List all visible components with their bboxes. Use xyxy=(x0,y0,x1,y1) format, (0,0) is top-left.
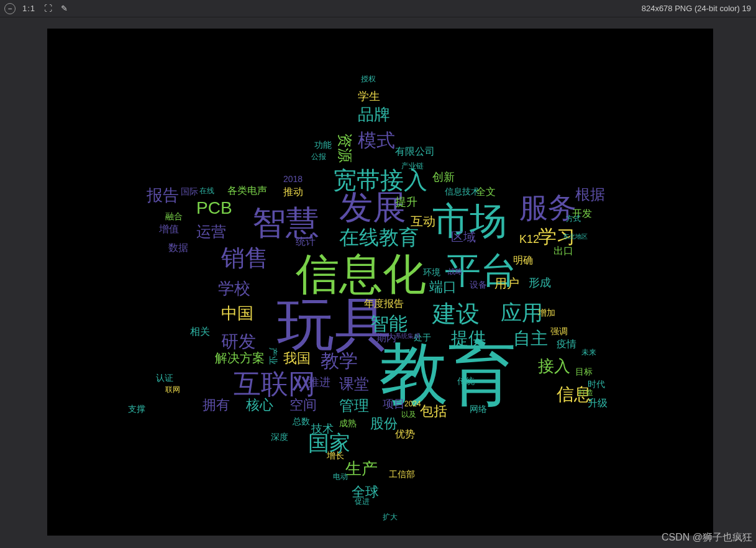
word: 2018 xyxy=(283,175,303,183)
word: 端口 xyxy=(429,280,457,294)
word: 全文 xyxy=(476,187,496,197)
word: 宽带接入 xyxy=(333,168,427,192)
word: 网络 xyxy=(470,404,487,413)
word: 生产 xyxy=(345,460,378,477)
word: 融合 xyxy=(165,212,183,221)
canvas-area[interactable]: 教育玩具信息化市场平台发展智慧服务互联网宽带接入在线教育建设销售应用智能学习国家… xyxy=(0,17,756,548)
word: 品牌 xyxy=(358,106,390,122)
minus-icon: − xyxy=(4,3,16,14)
word: 产业 xyxy=(269,347,278,365)
word: 东北地区 xyxy=(563,234,588,240)
word: 应用 xyxy=(501,302,543,323)
word: 报告 xyxy=(147,187,179,203)
word: 明确 xyxy=(513,255,533,265)
watermark: CSDN @狮子也疯狂 xyxy=(662,531,752,544)
word: 空间 xyxy=(289,398,317,412)
word: 战略 xyxy=(448,268,463,275)
word: 成熟 xyxy=(339,419,357,427)
word: 核心 xyxy=(246,398,273,412)
word: 学生 xyxy=(358,91,380,102)
word: 增值 xyxy=(159,224,179,234)
word: 课堂 xyxy=(339,377,369,391)
word: 功能 xyxy=(314,140,332,149)
word: 电动 xyxy=(333,473,348,480)
word: 升级 xyxy=(588,398,608,408)
word: 公报 xyxy=(311,153,326,160)
zoom-1to1-button[interactable]: 1:1 xyxy=(19,4,39,13)
eyedropper-button[interactable]: ✎ xyxy=(57,2,71,16)
word: 接入 xyxy=(538,358,570,374)
word: 统计 xyxy=(296,237,316,247)
word: 未来 xyxy=(581,349,596,356)
word: 推进 xyxy=(308,377,330,388)
zoom-out-button[interactable]: − xyxy=(2,2,17,16)
word: 系统集成 xyxy=(395,333,420,339)
word: 2024 xyxy=(404,400,421,408)
word: 我国 xyxy=(283,352,311,365)
word: 产业链 xyxy=(401,162,424,170)
toolbar: − 1:1 ⛶ ✎ 824x678 PNG (24-bit color) 19 xyxy=(0,0,756,17)
word: 有限公司 xyxy=(395,147,435,157)
word: 总数 xyxy=(293,417,310,426)
word: 资源 xyxy=(337,133,352,163)
word: 股份 xyxy=(370,417,398,431)
word: K12 xyxy=(519,234,539,245)
eyedropper-icon: ✎ xyxy=(61,4,68,13)
word: 期内 xyxy=(376,333,396,343)
word: 工信部 xyxy=(389,470,415,478)
word: 提供 xyxy=(451,330,486,347)
word: 用户 xyxy=(494,277,519,290)
word: 包括 xyxy=(420,404,447,418)
word: 数据 xyxy=(168,243,188,253)
word: 互联网 xyxy=(234,370,316,398)
word: 增长 xyxy=(327,451,344,460)
word: 年度报告 xyxy=(364,299,404,309)
word: 疫情 xyxy=(557,339,576,349)
word: 自主 xyxy=(513,330,548,347)
word: 深度 xyxy=(271,432,288,441)
word: 运营 xyxy=(196,224,226,239)
word: 方式 xyxy=(566,215,581,222)
word: 管理 xyxy=(339,398,369,413)
word: 提升 xyxy=(395,196,417,208)
word: 各类电声 xyxy=(227,186,267,196)
word: 目标 xyxy=(575,367,593,376)
word: 项目 xyxy=(383,398,405,409)
word: 解决方案 xyxy=(215,352,265,364)
image-info-label: 824x678 PNG (24-bit color) 19 xyxy=(642,4,754,13)
word: 授权 xyxy=(361,75,376,83)
word: 以及 xyxy=(401,411,416,418)
word: 扩大 xyxy=(383,513,398,521)
word: 优势 xyxy=(395,429,415,439)
word: 根据 xyxy=(575,187,605,202)
word: 信息技术 xyxy=(445,187,480,196)
word: 设备 xyxy=(470,280,487,289)
word: 环境 xyxy=(423,268,440,276)
word: 支撑 xyxy=(128,404,145,413)
word: 打造 xyxy=(578,389,593,396)
word: 时代 xyxy=(588,380,605,388)
image-canvas: 教育玩具信息化市场平台发展智慧服务互联网宽带接入在线教育建设销售应用智能学习国家… xyxy=(47,29,713,536)
word: 信息化 xyxy=(296,252,426,296)
word: 形成 xyxy=(529,277,551,288)
word: 传统 xyxy=(457,377,475,385)
word: 建设 xyxy=(432,302,480,326)
word: 促进 xyxy=(355,498,370,505)
word: 出口 xyxy=(553,246,573,256)
word: 相关 xyxy=(190,327,210,337)
word: 认证 xyxy=(156,373,173,382)
word: 研发 xyxy=(221,333,256,350)
word: 互动 xyxy=(411,215,435,227)
word: 创新 xyxy=(432,171,455,183)
word: 在线教育 xyxy=(339,227,419,247)
word: 技术 xyxy=(311,423,334,434)
word: 推动 xyxy=(283,187,303,197)
word: 智慧 xyxy=(252,206,319,239)
word: 销售 xyxy=(221,246,268,270)
fit-icon: ⛶ xyxy=(44,4,52,13)
word: 国际 xyxy=(181,187,198,196)
word: 强调 xyxy=(550,327,568,336)
word: 智能 xyxy=(370,314,408,333)
word: 中国 xyxy=(221,305,253,321)
fit-button[interactable]: ⛶ xyxy=(40,2,55,16)
